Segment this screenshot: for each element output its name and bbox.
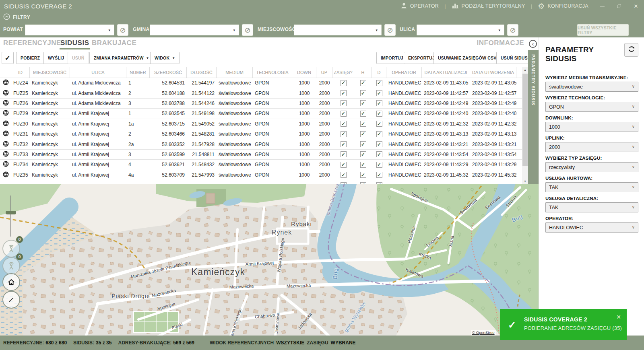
table-row[interactable]: FUZ30Kamieńczykul. Armii Krajowej1a52.60… xyxy=(0,119,522,129)
tab-brakujace[interactable]: BRAKUJACE xyxy=(92,39,136,47)
column-header[interactable]: DATA AKTUALIZACJI xyxy=(422,67,470,78)
configuration-menu-button[interactable]: ⚙ KONFIGURACJA xyxy=(533,0,593,12)
select-all-button[interactable]: ✓ xyxy=(2,52,14,64)
column-header[interactable]: DATA UTWORZENIA xyxy=(470,67,516,78)
checkbox-h[interactable]: ✓ xyxy=(360,100,366,106)
column-header[interactable]: MEDIUM xyxy=(217,67,253,78)
checkbox-d[interactable]: ✓ xyxy=(376,100,382,106)
widok-button[interactable]: WIDOK▼ xyxy=(150,52,180,64)
clear-gmina-button[interactable]: ⊘ xyxy=(242,24,253,36)
close-button[interactable]: ✕ xyxy=(628,0,644,12)
minimize-button[interactable] xyxy=(594,0,610,12)
param-select-3[interactable]: 2000∨ xyxy=(545,142,638,152)
table-row[interactable]: FUZ33Kamieńczykul. Armii Krajowej352.603… xyxy=(0,150,522,160)
measure-button[interactable] xyxy=(2,291,20,309)
map[interactable]: 0 0 © OpenStree gmina BrańszczykRybakiRy… xyxy=(0,184,539,336)
column-header[interactable]: DŁUGOŚĆ xyxy=(187,67,217,78)
table-row[interactable]: FUZ34Kamieńczykul. Armii Krajowej452.603… xyxy=(0,160,522,170)
column-header[interactable]: TECHNOLOGIA xyxy=(253,67,292,78)
checkbox-d[interactable]: ✓ xyxy=(376,111,382,117)
tab-sidusis[interactable]: SIDUSIS xyxy=(60,39,89,47)
column-header[interactable]: UP xyxy=(316,67,332,78)
zoom-slider-track[interactable] xyxy=(10,196,11,237)
map-attribution[interactable]: © OpenStree xyxy=(471,330,496,336)
checkbox-d[interactable]: ✓ xyxy=(376,162,382,168)
restore-button[interactable] xyxy=(611,0,627,12)
param-select-4[interactable]: rzeczywisty∨ xyxy=(545,162,638,172)
param-select-6[interactable]: TAK∨ xyxy=(545,202,638,212)
checkbox-h[interactable]: ✓ xyxy=(360,172,366,178)
clear-miejscowosc-button[interactable]: ⊘ xyxy=(384,24,396,36)
checkbox-zasieg[interactable]: ✓ xyxy=(341,151,347,157)
zmiana-parametrow-button[interactable]: ZMIANA PARAMETRÓW▼ xyxy=(89,52,154,64)
checkbox-d[interactable]: ✓ xyxy=(376,121,382,127)
scroll-up-arrow[interactable]: ▴ xyxy=(522,67,528,73)
zoom-slider-handle[interactable] xyxy=(6,211,16,214)
checkbox-d[interactable]: ✓ xyxy=(376,151,382,157)
territory-menu-button[interactable]: PODZIAŁ TERYTORIALNY xyxy=(447,0,530,12)
checkbox-zasieg[interactable]: ✓ xyxy=(341,172,347,178)
param-select-1[interactable]: GPON∨ xyxy=(545,102,638,112)
checkbox-d[interactable]: ✓ xyxy=(376,141,382,147)
checkbox-zasieg[interactable]: ✓ xyxy=(341,80,347,86)
checkbox-h[interactable]: ✓ xyxy=(360,121,366,127)
clear-ulica-button[interactable]: ⊘ xyxy=(507,24,518,36)
column-header[interactable]: ZASIĘG? xyxy=(332,67,354,78)
gmina-select[interactable]: ▾ xyxy=(150,25,239,35)
checkbox-h[interactable]: ✓ xyxy=(360,162,366,168)
table-row[interactable]: FUZ35Kamieńczykul. Armii Krajowej4a52.60… xyxy=(0,170,522,180)
collapse-panel-button[interactable]: ‹ xyxy=(529,40,537,48)
checkbox-h[interactable]: ✓ xyxy=(360,151,366,157)
column-header[interactable]: D xyxy=(372,67,386,78)
column-header[interactable]: NUMER xyxy=(126,67,150,78)
table-row[interactable]: FUZ26Kamieńczykul. Adama Mickiewicza352.… xyxy=(0,99,522,109)
checkbox-h[interactable]: ✓ xyxy=(360,111,366,117)
table-row[interactable]: FUZ31Kamieńczykul. Armii Krajowej252.603… xyxy=(0,129,522,139)
column-header[interactable] xyxy=(0,67,11,78)
checkbox-d[interactable]: ✓ xyxy=(376,131,382,137)
column-header[interactable]: DOWN xyxy=(292,67,316,78)
checkbox-d[interactable]: ✓ xyxy=(376,80,382,86)
column-header[interactable]: H xyxy=(354,67,372,78)
importuj-button[interactable]: IMPORTUJ xyxy=(376,52,408,64)
param-select-7[interactable]: HANDLOWIEC∨ xyxy=(545,222,638,233)
clear-powiat-button[interactable]: ⊘ xyxy=(117,24,128,36)
usuwanie-zasiegow-csv-button[interactable]: USUWANIE ZASIĘGÓW CSV▼ xyxy=(433,52,507,64)
checkbox-zasieg[interactable]: ✓ xyxy=(341,111,347,117)
column-header[interactable]: OPERATOR xyxy=(386,67,422,78)
table-row[interactable]: FUZ24Kamieńczykul. Adama Mickiewicza152.… xyxy=(0,78,522,88)
table-row[interactable]: ✓✓✓ xyxy=(0,180,522,184)
param-select-0[interactable]: światłowodowe∨ xyxy=(545,82,638,92)
checkbox-h[interactable]: ✓ xyxy=(360,141,366,147)
pobierz-button[interactable]: POBIERZ xyxy=(16,52,44,64)
checkbox-zasieg[interactable]: ✓ xyxy=(341,131,347,137)
checkbox-zasieg[interactable]: ✓ xyxy=(341,100,347,106)
checkbox-h[interactable]: ✓ xyxy=(360,90,366,96)
checkbox-d[interactable]: ✓ xyxy=(376,172,382,178)
checkbox-h[interactable]: ✓ xyxy=(360,80,366,86)
clear-all-filters-button[interactable]: USUŃ WSZYSTKIE FILTRY xyxy=(577,24,629,36)
checkbox-zasieg[interactable]: ✓ xyxy=(341,162,347,168)
powiat-select[interactable]: ▾ xyxy=(25,25,114,35)
checkbox-zasieg[interactable]: ✓ xyxy=(341,141,347,147)
table-row[interactable]: FUZ32Kamieńczykul. Armii Krajowej2a52.60… xyxy=(0,139,522,149)
operator-menu-button[interactable]: OPERATOR xyxy=(396,0,444,12)
wyslij-button[interactable]: WYŚLIJ xyxy=(43,52,68,64)
miejscowosc-select[interactable]: ▾ xyxy=(294,25,382,35)
checkbox-d[interactable]: ✓ xyxy=(376,90,382,96)
scroll-down-arrow[interactable]: ▾ xyxy=(522,178,528,184)
column-header[interactable]: ULICA xyxy=(70,67,126,78)
tab-informacje[interactable]: INFORMACJE xyxy=(477,39,524,47)
collapse-filters-button[interactable] xyxy=(3,13,10,22)
column-header[interactable]: ID xyxy=(11,67,30,78)
column-header[interactable]: MIEJSCOWOŚĆ xyxy=(30,67,70,78)
refresh-button[interactable] xyxy=(624,43,638,57)
table-row[interactable]: FUZ29Kamieńczykul. Armii Krajowej152.603… xyxy=(0,109,522,119)
usun-button[interactable]: USUŃ xyxy=(68,52,89,64)
scrollbar-thumb[interactable] xyxy=(522,74,528,166)
param-select-5[interactable]: TAK∨ xyxy=(545,182,638,192)
checkbox-zasieg[interactable]: ✓ xyxy=(341,121,347,127)
table-scrollbar[interactable]: ▴ ▾ xyxy=(522,67,528,184)
ulica-select[interactable]: ▾ xyxy=(417,25,504,35)
param-select-2[interactable]: 1000∨ xyxy=(545,122,638,132)
